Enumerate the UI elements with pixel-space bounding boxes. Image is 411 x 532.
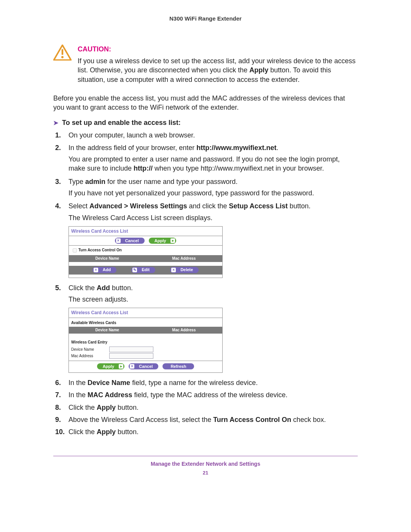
ss1-edit-button: ✎Edit bbox=[131, 267, 155, 273]
caution-block: CAUTION: If you use a wireless device to… bbox=[53, 45, 358, 84]
step-4-sub: The Wireless Card Access List screen dis… bbox=[68, 213, 358, 222]
caution-icon bbox=[53, 45, 74, 62]
step-6: In the Device Name field, type a name fo… bbox=[67, 378, 358, 387]
svg-rect-1 bbox=[62, 49, 64, 55]
arrow-icon: ➤ bbox=[53, 119, 58, 126]
footer-text: Manage the Extender Network and Settings bbox=[53, 461, 358, 467]
screenshot-access-list: Wireless Card Access List ×Cancel Apply▸… bbox=[68, 226, 223, 278]
page-number: 21 bbox=[53, 470, 358, 476]
step-4: Select Advanced > Wireless Settings and … bbox=[67, 201, 358, 278]
ss2-apply-button: Apply▸ bbox=[97, 363, 125, 369]
ss2-title: Wireless Card Access List bbox=[69, 308, 222, 317]
screenshot-card-entry: Wireless Card Access List Available Wire… bbox=[68, 308, 223, 373]
footer-rule bbox=[53, 456, 358, 456]
ss1-checkbox: Turn Access Control On bbox=[69, 246, 222, 255]
ss1-action-bar: +Add ✎Edit ×Delete bbox=[69, 266, 222, 274]
step-5-sub: The screen adjusts. bbox=[68, 295, 358, 304]
caution-heading: CAUTION: bbox=[78, 45, 358, 53]
task-heading: ➤ To set up and enable the access list: bbox=[53, 119, 358, 127]
ss2-table-header: Device Name Mac Address bbox=[69, 327, 222, 334]
ss2-refresh-button: Refresh bbox=[162, 363, 194, 369]
step-3-sub: If you have not yet personalized your pa… bbox=[68, 189, 358, 198]
ss2-entry-label: Wireless Card Entry bbox=[69, 337, 222, 347]
step-8: Click the Apply button. bbox=[67, 403, 358, 412]
ss2-mac-input bbox=[109, 353, 153, 359]
step-5: Click the Add button. The screen adjusts… bbox=[67, 283, 358, 373]
step-10: Click the Apply button. bbox=[67, 427, 358, 436]
steps-list: On your computer, launch a web browser. … bbox=[53, 131, 358, 436]
ss1-table-header: Device Name Mac Address bbox=[69, 255, 222, 262]
step-9: Above the Wireless Card Access list, sel… bbox=[67, 415, 358, 424]
ss1-apply-button: Apply▸ bbox=[149, 238, 177, 244]
ss2-device-name-row: Device Name bbox=[69, 346, 222, 353]
step-2: In the address field of your browser, en… bbox=[67, 143, 358, 173]
ss2-available-label: Available Wireless Cards bbox=[69, 318, 222, 327]
svg-point-2 bbox=[61, 56, 64, 58]
ss2-cancel-button: ×Cancel bbox=[129, 363, 158, 369]
caution-text: If you use a wireless device to set up t… bbox=[78, 56, 358, 84]
ss2-mac-row: Mac Address bbox=[69, 353, 222, 359]
intro-text: Before you enable the access list, you m… bbox=[53, 94, 358, 112]
ss1-delete-button: ×Delete bbox=[170, 267, 199, 273]
step-3: Type admin for the user name and type yo… bbox=[67, 177, 358, 198]
step-2-sub: You are prompted to enter a user name an… bbox=[68, 155, 358, 173]
ss2-device-name-input bbox=[109, 347, 153, 352]
ss1-title: Wireless Card Access List bbox=[69, 227, 222, 236]
page-header: N300 WiFi Range Extender bbox=[53, 15, 358, 22]
ss1-add-button: +Add bbox=[92, 267, 116, 273]
step-1: On your computer, launch a web browser. bbox=[67, 131, 358, 140]
ss1-cancel-button: ×Cancel bbox=[115, 238, 145, 244]
step-7: In the MAC Address field, type the MAC a… bbox=[67, 390, 358, 399]
